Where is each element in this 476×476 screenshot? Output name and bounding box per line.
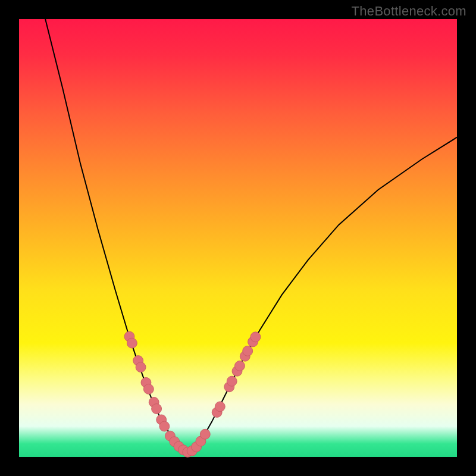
data-bead xyxy=(152,404,162,414)
chart-svg xyxy=(19,19,457,457)
data-bead xyxy=(215,402,225,412)
data-bead xyxy=(234,361,245,371)
data-bead xyxy=(127,338,137,348)
data-bead xyxy=(200,429,210,439)
curve-right-curve xyxy=(187,137,457,453)
data-bead xyxy=(143,384,154,394)
data-bead xyxy=(243,346,253,356)
plot-area xyxy=(19,19,457,457)
curve-group xyxy=(45,19,457,453)
watermark-text: TheBottleneck.com xyxy=(352,4,466,19)
chart-frame: TheBottleneck.com xyxy=(0,0,476,476)
data-bead xyxy=(227,376,237,386)
data-bead xyxy=(250,332,261,342)
bead-group xyxy=(124,331,261,457)
data-bead xyxy=(136,362,146,372)
curve-left-curve xyxy=(45,19,187,453)
data-bead xyxy=(159,421,170,431)
